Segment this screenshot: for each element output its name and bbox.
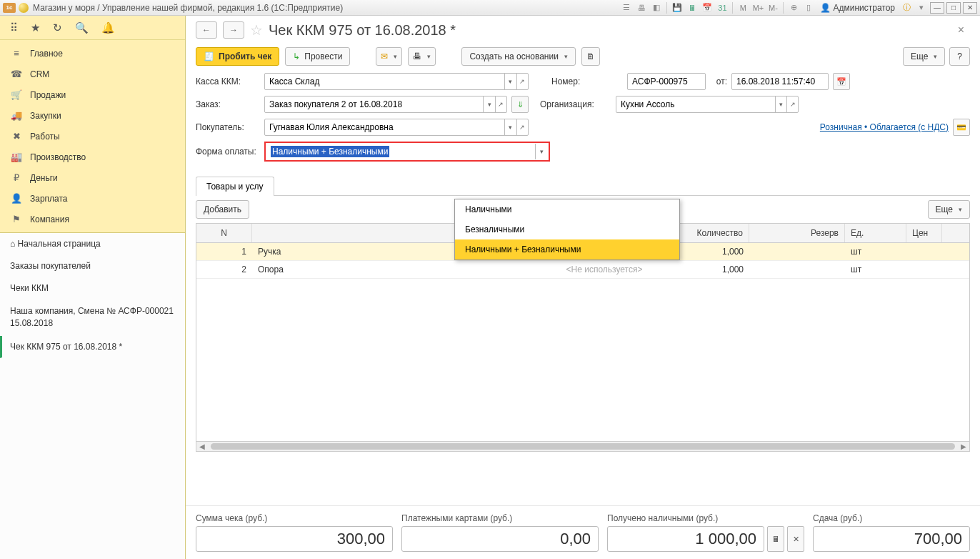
sidebar-item-crm[interactable]: ☎CRM: [0, 64, 185, 84]
close-button[interactable]: ✕: [963, 2, 977, 14]
nomer-input[interactable]: [628, 76, 705, 86]
compare-icon[interactable]: ◧: [650, 1, 663, 14]
sidebar-item-production[interactable]: 🏭Производство: [0, 147, 185, 167]
dropdown-option-selected[interactable]: Наличными + Безналичными: [455, 239, 679, 259]
email-button[interactable]: ✉▾: [376, 47, 402, 66]
sidebar-item-salary[interactable]: 👤Зарплата: [0, 188, 185, 209]
grid-more-button[interactable]: Еще▾: [928, 200, 970, 219]
dropdown-option[interactable]: Наличными: [455, 199, 679, 219]
history-icon[interactable]: ↻: [53, 21, 62, 34]
sidebar-opened-item[interactable]: Наша компания, Смена № АСФР-000021 15.08…: [0, 300, 185, 336]
table-row[interactable]: 2 Опора <Не используется> 1,000 шт: [196, 261, 969, 279]
add-button[interactable]: Добавить: [196, 200, 249, 219]
help-button[interactable]: ?: [949, 47, 970, 66]
minimize-button[interactable]: —: [930, 2, 944, 14]
punch-check-button[interactable]: 🧾Пробить чек: [196, 47, 279, 66]
more-button[interactable]: Еще▾: [903, 47, 945, 66]
customer-input[interactable]: [265, 122, 504, 132]
cash-value[interactable]: 1 000,00: [607, 526, 764, 552]
sidebar-home[interactable]: ⌂ Начальная страница: [0, 233, 185, 255]
save-icon[interactable]: 💾: [671, 1, 684, 14]
retail-link[interactable]: Розничная • Облагается (с НДС): [820, 122, 949, 132]
user-admin[interactable]: 👤Администратор: [817, 3, 898, 13]
search-icon[interactable]: 🔍: [75, 21, 89, 34]
post-button[interactable]: ↳Провести: [285, 47, 350, 66]
sidebar-item-purchases[interactable]: 🚚Закупки: [0, 105, 185, 126]
calendar-icon[interactable]: 📅: [701, 1, 714, 14]
memory-m[interactable]: М: [736, 1, 749, 14]
report-button[interactable]: 🗎: [581, 47, 600, 66]
card-value[interactable]: 0,00: [401, 526, 599, 552]
sidebar-item-money[interactable]: ₽Деньги: [0, 167, 185, 188]
customer-field[interactable]: ▾ ↗: [264, 119, 529, 136]
date-input[interactable]: [732, 76, 828, 86]
print-button[interactable]: 🖶▾: [408, 47, 436, 66]
org-field[interactable]: ▾ ↗: [616, 96, 799, 113]
nav-forward-button[interactable]: →: [223, 21, 244, 39]
memory-mminus[interactable]: М-: [766, 1, 779, 14]
toolbar-icon[interactable]: ☰: [620, 1, 633, 14]
open-button[interactable]: ↗: [516, 74, 528, 89]
ruble-icon: ₽: [10, 172, 23, 183]
dropdown-button[interactable]: ▾: [504, 74, 516, 89]
dropdown-button[interactable]: ▾: [504, 119, 516, 135]
phone-icon: ☎: [10, 69, 23, 79]
dropdown-button[interactable]: ▾: [483, 97, 494, 112]
fill-button[interactable]: ⇓: [511, 96, 529, 113]
close-doc-button[interactable]: ×: [952, 24, 970, 36]
open-button[interactable]: ↗: [495, 97, 506, 112]
label-nomer: Номер:: [551, 76, 623, 86]
calendar-button[interactable]: 📅: [833, 73, 850, 90]
sidebar-item-company[interactable]: ⚑Компания: [0, 209, 185, 229]
open-button[interactable]: ↗: [786, 97, 798, 112]
sidebar-item-works[interactable]: ✖Работы: [0, 126, 185, 147]
print-icon[interactable]: 🖶: [635, 1, 648, 14]
dropdown-button[interactable]: ▾: [775, 97, 786, 112]
cell-price: [906, 261, 942, 278]
sidebar-opened-item[interactable]: Чеки ККМ: [0, 277, 185, 300]
sidebar-item-sales[interactable]: 🛒Продажи: [0, 84, 185, 105]
memory-mplus[interactable]: М+: [751, 1, 764, 14]
col-reserve[interactable]: Резерв: [749, 224, 845, 242]
kassa-field[interactable]: ▾ ↗: [264, 73, 529, 90]
dropdown-button[interactable]: ▾: [535, 144, 548, 159]
calc-icon[interactable]: 🖩: [686, 1, 699, 14]
dropdown-option[interactable]: Безналичными: [455, 219, 679, 239]
col-price[interactable]: Цен: [906, 224, 942, 242]
label-ot: от:: [710, 76, 727, 86]
maximize-button[interactable]: □: [946, 2, 961, 14]
org-input[interactable]: [616, 99, 775, 109]
scroll-right-icon[interactable]: ▶: [958, 442, 969, 451]
kassa-input[interactable]: [265, 76, 504, 86]
zakaz-input[interactable]: [265, 99, 483, 109]
clear-button[interactable]: ✕: [787, 526, 804, 552]
panel-icon[interactable]: ▯: [802, 1, 815, 14]
scroll-thumb[interactable]: [211, 443, 955, 450]
zoom-icon[interactable]: ⊕: [787, 1, 800, 14]
open-button[interactable]: ↗: [516, 119, 528, 135]
date-field[interactable]: [731, 73, 829, 90]
label-forma: Форма оплаты:: [196, 147, 260, 157]
payment-form-field[interactable]: Наличными + Безналичными ▾: [266, 144, 548, 159]
calc-button[interactable]: 🖩: [767, 526, 784, 552]
nomer-field[interactable]: [627, 73, 706, 90]
bell-icon[interactable]: 🔔: [101, 21, 115, 34]
col-unit[interactable]: Ед.: [845, 224, 906, 242]
dropdown-icon[interactable]: ▾: [915, 1, 928, 14]
sidebar-opened-item[interactable]: Заказы покупателей: [0, 255, 185, 277]
tab-goods[interactable]: Товары и услу: [196, 177, 274, 196]
zakaz-field[interactable]: ▾ ↗: [264, 96, 507, 113]
apps-icon[interactable]: ⠿: [10, 21, 18, 34]
nav-back-button[interactable]: ←: [196, 21, 217, 39]
sidebar-item-main[interactable]: ≡Главное: [0, 43, 185, 64]
scroll-left-icon[interactable]: ◀: [196, 442, 208, 451]
star-icon[interactable]: ★: [31, 21, 40, 34]
sidebar-opened-item-active[interactable]: Чек ККМ 975 от 16.08.2018 *: [0, 336, 185, 358]
date-icon[interactable]: 31: [716, 1, 729, 14]
create-based-button[interactable]: Создать на основании▾: [461, 47, 576, 66]
col-n[interactable]: N: [196, 224, 252, 242]
favorite-star-icon[interactable]: ☆: [250, 21, 263, 39]
card-button[interactable]: 💳: [953, 119, 970, 136]
horizontal-scrollbar[interactable]: ◀ ▶: [196, 441, 969, 451]
info-icon[interactable]: ⓘ: [900, 1, 913, 14]
